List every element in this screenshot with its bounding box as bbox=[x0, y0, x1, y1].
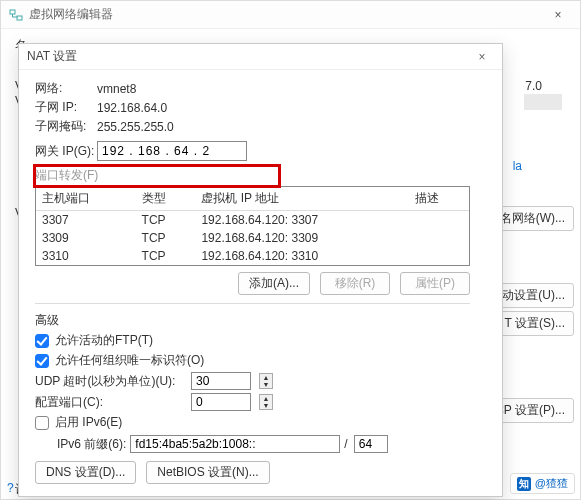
close-icon: × bbox=[478, 50, 485, 64]
frag-text: 7.0 bbox=[525, 79, 542, 93]
table-cell: 3307 bbox=[36, 211, 136, 230]
table-header[interactable]: 类型 bbox=[136, 187, 196, 211]
subnet-ip-value: 192.168.64.0 bbox=[97, 101, 167, 115]
config-port-spinner[interactable]: ▲▼ bbox=[259, 394, 273, 410]
watermark: 知 @猹猹 bbox=[510, 473, 575, 494]
port-forward-label: 端口转发(F) bbox=[35, 167, 486, 184]
watermark-text: @猹猹 bbox=[535, 476, 568, 491]
spinner-down-icon[interactable]: ▼ bbox=[260, 402, 272, 409]
network-row: 网络: vmnet8 bbox=[35, 80, 486, 97]
config-port-row: 配置端口(C): ▲▼ bbox=[35, 393, 486, 411]
table-header[interactable]: 主机端口 bbox=[36, 187, 136, 211]
table-cell: TCP bbox=[136, 211, 196, 230]
table-cell: TCP bbox=[136, 247, 196, 265]
allow-ftp-row: 允许活动的FTP(T) bbox=[35, 332, 486, 349]
gateway-ip-input[interactable] bbox=[97, 141, 247, 161]
allow-oui-checkbox[interactable] bbox=[35, 354, 49, 368]
allow-oui-label: 允许任何组织唯一标识符(O) bbox=[55, 352, 204, 369]
table-cell: TCP bbox=[136, 229, 196, 247]
subnet-mask-value: 255.255.255.0 bbox=[97, 120, 174, 134]
dns-settings-button[interactable]: DNS 设置(D)... bbox=[35, 461, 136, 484]
bottom-buttons: DNS 设置(D)... NetBIOS 设置(N)... bbox=[35, 461, 486, 484]
config-port-input[interactable] bbox=[191, 393, 251, 411]
close-icon: × bbox=[554, 8, 561, 22]
udp-timeout-spinner[interactable]: ▲▼ bbox=[259, 373, 273, 389]
nat-settings-button[interactable]: T 设置(S)... bbox=[496, 311, 574, 336]
enable-ipv6-row: 启用 IPv6(E) bbox=[35, 414, 486, 431]
parent-title: 虚拟网络编辑器 bbox=[29, 6, 113, 23]
udp-timeout-input[interactable] bbox=[191, 372, 251, 390]
table-cell bbox=[409, 211, 469, 230]
network-icon bbox=[9, 8, 23, 22]
ipv6-prefix-row: IPv6 前缀(6): / bbox=[57, 435, 486, 453]
port-forward-table[interactable]: 主机端口类型虚拟机 IP 地址描述 3307TCP192.168.64.120:… bbox=[35, 186, 470, 266]
gateway-row: 网关 IP(G): bbox=[35, 141, 486, 161]
table-header[interactable]: 描述 bbox=[409, 187, 469, 211]
properties-button[interactable]: 属性(P) bbox=[400, 272, 470, 295]
nat-settings-dialog: NAT 设置 × 网络: vmnet8 子网 IP: 192.168.64.0 … bbox=[18, 43, 503, 497]
udp-timeout-row: UDP 超时(以秒为单位)(U): ▲▼ bbox=[35, 372, 486, 390]
table-cell: 3309 bbox=[36, 229, 136, 247]
help-icon: ? bbox=[7, 481, 14, 495]
allow-ftp-checkbox[interactable] bbox=[35, 334, 49, 348]
spinner-up-icon[interactable]: ▲ bbox=[260, 374, 272, 381]
netbios-settings-button[interactable]: NetBIOS 设置(N)... bbox=[146, 461, 269, 484]
frag-highlight bbox=[524, 94, 562, 110]
ipv6-prefix-input[interactable] bbox=[130, 435, 340, 453]
subnet-mask-row: 子网掩码: 255.255.255.0 bbox=[35, 118, 486, 135]
remove-button[interactable]: 移除(R) bbox=[320, 272, 390, 295]
dialog-title: NAT 设置 bbox=[27, 48, 77, 65]
zhihu-icon: 知 bbox=[517, 477, 531, 491]
advanced-label: 高级 bbox=[35, 312, 486, 329]
table-cell bbox=[409, 247, 469, 265]
spinner-down-icon[interactable]: ▼ bbox=[260, 381, 272, 388]
dialog-titlebar: NAT 设置 × bbox=[19, 44, 502, 70]
subnet-mask-label: 子网掩码: bbox=[35, 118, 97, 135]
add-button[interactable]: 添加(A)... bbox=[238, 272, 310, 295]
table-cell: 192.168.64.120: 3309 bbox=[195, 229, 409, 247]
config-port-label: 配置端口(C): bbox=[35, 394, 185, 411]
ipv6-prefix-len-input[interactable] bbox=[354, 435, 388, 453]
udp-timeout-label: UDP 超时(以秒为单位)(U): bbox=[35, 373, 185, 390]
subnet-ip-label: 子网 IP: bbox=[35, 99, 97, 116]
network-label: 网络: bbox=[35, 80, 97, 97]
table-row[interactable]: 3309TCP192.168.64.120: 3309 bbox=[36, 229, 469, 247]
port-forward-buttons: 添加(A)... 移除(R) 属性(P) bbox=[35, 272, 470, 295]
table-cell: 3310 bbox=[36, 247, 136, 265]
spinner-up-icon[interactable]: ▲ bbox=[260, 395, 272, 402]
dialog-close-button[interactable]: × bbox=[470, 45, 494, 69]
network-value: vmnet8 bbox=[97, 82, 136, 96]
table-cell: 192.168.64.120: 3307 bbox=[195, 211, 409, 230]
ipv6-prefix-label: IPv6 前缀(6): bbox=[57, 436, 126, 453]
parent-titlebar: 虚拟网络编辑器 × bbox=[1, 1, 580, 29]
separator bbox=[35, 303, 470, 304]
allow-ftp-label: 允许活动的FTP(T) bbox=[55, 332, 153, 349]
gateway-label: 网关 IP(G): bbox=[35, 143, 97, 160]
table-row[interactable]: 3310TCP192.168.64.120: 3310 bbox=[36, 247, 469, 265]
allow-oui-row: 允许任何组织唯一标识符(O) bbox=[35, 352, 486, 369]
svg-rect-0 bbox=[10, 10, 15, 14]
enable-ipv6-label: 启用 IPv6(E) bbox=[55, 414, 122, 431]
frag-text: la bbox=[513, 159, 522, 173]
auto-settings-button[interactable]: 动设置(U)... bbox=[493, 283, 574, 308]
svg-rect-1 bbox=[17, 16, 22, 20]
table-cell bbox=[409, 229, 469, 247]
table-header[interactable]: 虚拟机 IP 地址 bbox=[195, 187, 409, 211]
table-row[interactable]: 3307TCP192.168.64.120: 3307 bbox=[36, 211, 469, 230]
subnet-ip-row: 子网 IP: 192.168.64.0 bbox=[35, 99, 486, 116]
slash: / bbox=[344, 437, 347, 451]
dialog-body: 网络: vmnet8 子网 IP: 192.168.64.0 子网掩码: 255… bbox=[19, 70, 502, 496]
table-cell: 192.168.64.120: 3310 bbox=[195, 247, 409, 265]
parent-close-button[interactable]: × bbox=[544, 1, 572, 29]
enable-ipv6-checkbox[interactable] bbox=[35, 416, 49, 430]
